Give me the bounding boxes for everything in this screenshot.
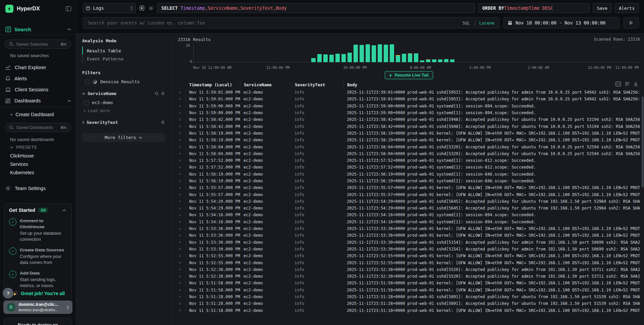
log-row[interactable]: >Nov 11 5:55:57.000 PMec2-demoinfo2025-1… (178, 191, 640, 198)
mode-event-patterns[interactable]: Event Patterns (82, 55, 165, 63)
log-row[interactable]: >Nov 11 5:53:30.000 PMec2-demoinfo2025-1… (178, 239, 640, 246)
run-query-button[interactable] (624, 17, 639, 29)
date-range-picker[interactable]: Nov 10 00:00:00 - Nov 13 00:00:00 (503, 17, 620, 29)
histogram-bar[interactable] (414, 53, 418, 62)
gear-icon[interactable] (148, 5, 154, 11)
deploy-banner[interactable]: Ready to deploy on (4, 318, 72, 325)
vertical-scrollbar[interactable] (642, 97, 644, 187)
get-started-item-title[interactable]: Connect to ClickHouse (20, 218, 45, 229)
user-menu[interactable]: D dominic.tran@clic... dominic.tran@clic… (3, 300, 72, 314)
log-row[interactable]: >Nov 11 5:52:55.000 PMec2-demoinfo2025-1… (178, 259, 640, 266)
log-row[interactable]: >Nov 11 5:52:38.000 PMec2-demoinfo2025-1… (178, 266, 640, 273)
histogram-bar[interactable] (372, 45, 376, 62)
log-row[interactable]: >Nov 11 5:54:29.000 PMec2-demoinfo2025-1… (178, 205, 640, 212)
histogram-bar[interactable] (366, 44, 370, 62)
chevron-up-icon[interactable] (67, 28, 72, 31)
ec2-demo-checkbox[interactable] (84, 100, 89, 105)
sidebar-item-team-settings[interactable]: Team Settings (5, 185, 72, 192)
sidebar-item-chart-explorer[interactable]: Chart Explorer (5, 64, 72, 71)
histogram-bar[interactable] (378, 44, 382, 62)
log-row[interactable]: >Nov 11 5:54:29.000 PMec2-demoinfo2025-1… (178, 198, 640, 205)
denoise-checkbox[interactable] (85, 80, 90, 84)
facet-severitytext[interactable]: SeverityText (82, 120, 165, 125)
histogram-bar[interactable] (347, 53, 352, 62)
log-row[interactable]: >Nov 11 5:54:16.000 PMec2-demoinfo2025-1… (178, 219, 640, 225)
histogram-bar[interactable] (323, 54, 328, 62)
source-select[interactable]: Logs (83, 3, 136, 13)
facet-value-ec2-demo[interactable]: ec2-demo (84, 100, 165, 105)
log-row[interactable]: >Nov 11 5:54:16.000 PMec2-demoinfo2025-1… (178, 212, 640, 218)
histogram-bar[interactable] (317, 54, 322, 62)
histogram-bar[interactable] (329, 55, 334, 62)
get-started-item-title[interactable]: Add Data (20, 271, 40, 276)
histogram-bar[interactable] (396, 55, 400, 62)
log-row[interactable]: >Nov 11 5:51:58.000 PMec2-demoinfo2025-1… (178, 280, 640, 286)
log-row[interactable]: >Nov 11 5:57:52.000 PMec2-demoinfo2025-1… (178, 164, 640, 171)
chevron-up-icon[interactable] (62, 208, 67, 212)
log-row[interactable]: >Nov 11 5:56:19.000 PMec2-demoinfo2025-1… (178, 171, 640, 178)
log-row[interactable]: >Nov 11 5:53:30.000 PMec2-demoinfo2025-1… (178, 246, 640, 252)
log-row[interactable]: >Nov 11 5:51:28.000 PMec2-demoinfo2025-1… (178, 293, 640, 300)
column-header-body[interactable]: Body (343, 82, 640, 88)
lucene-mode-toggle[interactable]: Lucene (479, 20, 494, 26)
presets-toggle[interactable]: PRESETS (10, 145, 37, 150)
alerts-button[interactable]: Alerts (614, 3, 639, 13)
preset-services[interactable]: Services (10, 161, 28, 167)
log-row[interactable]: >Nov 11 5:58:04.000 PMec2-demoinfo2025-1… (178, 143, 640, 150)
sidebar-item-alerts[interactable]: Alerts (5, 75, 72, 82)
histogram-bar[interactable] (360, 45, 364, 62)
sidebar-collapse-icon[interactable] (65, 6, 72, 12)
histogram-bar[interactable] (432, 59, 436, 62)
log-row[interactable]: >Nov 11 5:59:00.000 PMec2-demoinfo2025-1… (178, 103, 640, 109)
save-button[interactable]: Save (593, 3, 612, 13)
facet-servicename[interactable]: ServiceName (82, 91, 165, 96)
saved-dashboards-input[interactable]: Saved Dashboards ⌘K (5, 123, 71, 132)
help-button[interactable]: ? (3, 288, 13, 298)
column-header-timestamp[interactable]: Timestamp (Local) (186, 82, 240, 88)
more-filters-button[interactable]: More filters (82, 133, 165, 142)
source-settings-icon[interactable] (139, 5, 145, 11)
histogram-bar[interactable] (354, 45, 358, 62)
log-row[interactable]: >Nov 11 5:58:04.000 PMec2-demoinfo2025-1… (178, 150, 640, 157)
histogram-bar[interactable] (450, 59, 454, 62)
histogram-bar[interactable] (438, 59, 442, 62)
histogram-bar[interactable] (402, 54, 406, 62)
histogram-bar[interactable] (311, 58, 316, 62)
log-row[interactable]: >Nov 11 5:57:52.000 PMec2-demoinfo2025-1… (178, 157, 640, 164)
create-dashboard-button[interactable]: + Create Dashboard (10, 112, 54, 117)
resume-live-tail-button[interactable]: Resume Live Tail (385, 71, 433, 79)
log-row[interactable]: >Nov 11 5:58:42.000 PMec2-demoinfo2025-1… (178, 123, 640, 130)
log-row[interactable]: >Nov 11 5:58:42.000 PMec2-demoinfo2025-1… (178, 116, 640, 123)
histogram-bar[interactable] (426, 59, 430, 62)
log-row[interactable]: >Nov 11 5:51:28.000 PMec2-demoinfo2025-1… (178, 300, 640, 307)
log-row[interactable]: >Nov 11 5:59:01.000 PMec2-demoinfo2025-1… (178, 96, 640, 102)
log-row[interactable]: >Nov 11 5:53:36.000 PMec2-demoinfo2025-1… (178, 232, 640, 239)
histogram-bar[interactable] (444, 59, 448, 62)
log-row[interactable]: >Nov 11 5:59:00.000 PMec2-demoinfo2025-1… (178, 109, 640, 116)
order-by-input[interactable]: ORDER BY TimestampTime DESC (478, 3, 590, 13)
preset-clickhouse[interactable]: ClickHouse (10, 153, 34, 158)
sidebar-item-dashboards[interactable]: Dashboards (5, 97, 72, 104)
denoise-results-toggle[interactable]: Denoise Results (85, 79, 165, 84)
preset-kubernetes[interactable]: Kubernetes (10, 170, 34, 175)
select-query-input[interactable]: SELECT Timestamp,ServiceName,SeverityTex… (157, 3, 475, 13)
log-row[interactable]: >Nov 11 5:51:58.000 PMec2-demoinfo2025-1… (178, 287, 640, 293)
log-row[interactable]: >Nov 11 5:52:38.000 PMec2-demoinfo2025-1… (178, 273, 640, 280)
sidebar-item-search[interactable]: Search (14, 27, 63, 32)
log-row[interactable]: >Nov 11 5:51:18.000 PMec2-demoinfo2025-1… (178, 307, 640, 314)
load-more-button[interactable]: Load more (84, 108, 165, 113)
histogram-bar[interactable] (384, 45, 388, 62)
sql-mode-toggle[interactable]: SQL (463, 20, 470, 26)
log-row[interactable]: >Nov 11 5:52:55.000 PMec2-demoinfo2025-1… (178, 252, 640, 259)
event-search-input[interactable]: Search your events w/ Lucene ex. column:… (83, 17, 499, 29)
log-row[interactable]: >Nov 11 5:55:57.000 PMec2-demoinfo2025-1… (178, 184, 640, 191)
get-started-item-title[interactable]: Create Data Sources (20, 247, 64, 252)
histogram-bar[interactable] (408, 53, 412, 62)
log-row[interactable]: >Nov 11 5:58:19.000 PMec2-demoinfo2025-1… (178, 130, 640, 137)
mode-results-table[interactable]: Results Table (82, 47, 165, 55)
log-row[interactable]: >Nov 11 5:53:36.000 PMec2-demoinfo2025-1… (178, 225, 640, 232)
saved-searches-input[interactable]: Saved Searches ⌘K (5, 40, 71, 49)
log-row[interactable]: >Nov 11 5:56:19.000 PMec2-demoinfo2025-1… (178, 178, 640, 184)
histogram-bar[interactable] (390, 44, 394, 62)
log-row[interactable]: >Nov 11 5:58:19.000 PMec2-demoinfo2025-1… (178, 137, 640, 143)
